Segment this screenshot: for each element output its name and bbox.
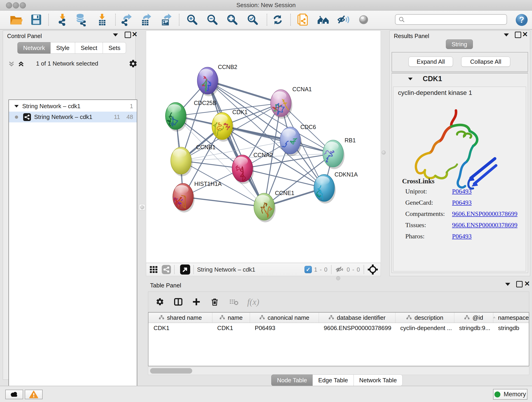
gene-detail-box: cyclin-dependent kinase 1 <box>393 87 526 271</box>
warning-button[interactable] <box>25 390 43 399</box>
import-network-database-icon[interactable] <box>75 13 88 26</box>
tab-string[interactable]: String <box>446 39 473 49</box>
column-header-@id[interactable]: @id <box>454 313 493 323</box>
expand-all-button[interactable]: Expand All <box>409 57 453 67</box>
export-image-icon[interactable] <box>159 13 173 26</box>
tab-style[interactable]: Style <box>51 42 75 54</box>
column-header-database-identifier[interactable]: database identifier <box>319 313 395 323</box>
close-panel-icon[interactable]: ✕ <box>132 32 138 37</box>
zoom-in-icon[interactable] <box>186 13 199 26</box>
network-node-CDC25B[interactable]: CDC25B <box>165 100 216 132</box>
close-panel-icon[interactable]: ✕ <box>522 32 528 37</box>
crosslink-value-link[interactable]: 9606.ENSP00000378699 <box>452 221 517 229</box>
scrollbar-thumb[interactable] <box>150 368 192 374</box>
panel-menu-icon[interactable] <box>113 33 118 36</box>
show-panel-eye-icon[interactable] <box>357 13 370 26</box>
toolbar-separator <box>115 14 116 26</box>
cloud-icon <box>9 391 19 398</box>
search-input[interactable] <box>405 15 507 24</box>
tab-select[interactable]: Select <box>75 42 103 54</box>
float-panel-icon[interactable] <box>125 32 131 38</box>
close-panel-icon[interactable]: ✕ <box>524 281 530 286</box>
zoom-out-icon[interactable] <box>206 13 219 26</box>
fit-selected-target-icon[interactable] <box>367 264 378 275</box>
status-bar: Memory <box>0 386 532 402</box>
crosslink-value-link[interactable]: 9606.ENSP00000378699 <box>452 210 517 217</box>
float-panel-icon[interactable] <box>516 281 523 287</box>
collapse-all-button[interactable]: Collapse All <box>461 57 510 67</box>
separator <box>174 265 175 274</box>
delete-column-trash-icon[interactable] <box>210 297 219 306</box>
network-node-CCNB2[interactable]: CCNB2 <box>197 64 237 96</box>
right-splitter-handle[interactable] <box>381 150 386 155</box>
crosslink-row: GeneCard:P06493 <box>405 199 522 206</box>
zoom-fit-icon[interactable] <box>226 13 239 26</box>
expand-all-tree-icon[interactable] <box>7 60 15 68</box>
zoom-selected-icon[interactable] <box>246 13 259 26</box>
toolbar-separator <box>179 14 179 26</box>
network-node-HIST1H1A[interactable]: HIST1H1A <box>172 181 222 212</box>
network-node-CCNA2[interactable]: CCNA2 <box>232 152 273 184</box>
tab-node-table[interactable]: Node Table <box>271 375 313 386</box>
export-table-icon[interactable] <box>139 13 152 26</box>
tab-sets[interactable]: Sets <box>103 42 126 54</box>
help-icon[interactable]: ? <box>515 13 528 26</box>
network-node-RB1[interactable]: RB1 <box>321 137 355 169</box>
network-node-CCNE1[interactable]: CCNE1 <box>254 190 294 222</box>
network-share-icon[interactable] <box>162 265 171 274</box>
function-builder-icon[interactable]: f(x) <box>247 297 259 307</box>
birdseye-view-icon[interactable] <box>180 264 190 274</box>
add-column-icon[interactable] <box>192 297 201 306</box>
hide-panel-eye-icon[interactable] <box>336 13 350 26</box>
hidden-eye-slash-icon[interactable] <box>335 265 344 274</box>
network-node-CCNA1[interactable]: CCNA1 <box>271 86 312 119</box>
refresh-icon[interactable] <box>271 13 284 26</box>
panel-menu-icon[interactable] <box>505 283 510 286</box>
split-columns-icon[interactable] <box>173 297 183 307</box>
save-session-icon[interactable] <box>30 13 43 26</box>
column-header-canonical-name[interactable]: canonical name <box>250 313 319 323</box>
table-row[interactable]: CDK1CDK1P064939606.ENSP00000378699cyclin… <box>148 323 529 333</box>
network-row-selected[interactable]: String Network – cdk1 11 48 <box>9 112 137 122</box>
export-network-icon[interactable] <box>119 13 133 26</box>
home-icon[interactable] <box>317 13 330 26</box>
table-cell: CDK1 <box>148 323 212 333</box>
collapse-section-icon[interactable] <box>408 78 413 80</box>
network-node-CDKN1A[interactable]: CDKN1A <box>314 171 358 204</box>
left-splitter-handle[interactable] <box>139 204 145 210</box>
memory-status-dot <box>494 391 500 397</box>
svg-text:?: ? <box>519 15 524 25</box>
network-canvas[interactable]: CCNB2CCNA1CDC25BCDK1CDC6RB1CCNB1CCNA2CDK… <box>146 31 381 263</box>
column-header-namespace[interactable]: namespace <box>493 313 529 323</box>
import-table-icon[interactable] <box>95 13 109 26</box>
crosslink-value-link[interactable]: P06493 <box>452 199 472 206</box>
float-panel-icon[interactable] <box>515 32 521 38</box>
tab-network-table[interactable]: Network Table <box>354 375 403 386</box>
toolbar-separator <box>290 14 291 26</box>
memory-button[interactable]: Memory <box>493 389 527 400</box>
cloud-button[interactable] <box>5 390 23 399</box>
table-horizontal-scrollbar[interactable] <box>148 367 529 375</box>
network-edge-HIST1H1A-CCNE1[interactable] <box>183 197 264 207</box>
search-field[interactable] <box>395 14 507 25</box>
tab-edge-table[interactable]: Edge Table <box>312 375 354 386</box>
selected-nodes-checkbox[interactable]: ✓ <box>304 266 312 273</box>
table-settings-gear-icon[interactable] <box>156 298 164 306</box>
import-network-file-icon[interactable] <box>56 13 69 26</box>
column-header-shared-name[interactable]: shared name <box>148 313 212 323</box>
tab-network[interactable]: Network <box>17 42 51 54</box>
panel-menu-icon[interactable] <box>504 33 509 36</box>
column-header-description[interactable]: description <box>395 313 454 323</box>
open-session-icon[interactable] <box>9 13 22 26</box>
horizontal-splitter-handle[interactable] <box>336 276 340 280</box>
grid-view-icon[interactable] <box>149 265 158 274</box>
network-options-gear-icon[interactable] <box>128 59 138 68</box>
crosslink-label: Compartments: <box>405 210 452 217</box>
delete-table-icon[interactable] <box>229 297 239 307</box>
crosslink-value-link[interactable]: P06493 <box>452 188 472 195</box>
network-collection-row[interactable]: String Network – cdk1 1 <box>9 101 137 112</box>
share-document-icon[interactable] <box>297 13 310 26</box>
crosslink-value-link[interactable]: P06493 <box>452 233 472 240</box>
collapse-caret-icon[interactable] <box>14 105 19 108</box>
column-header-name[interactable]: name <box>212 313 250 323</box>
